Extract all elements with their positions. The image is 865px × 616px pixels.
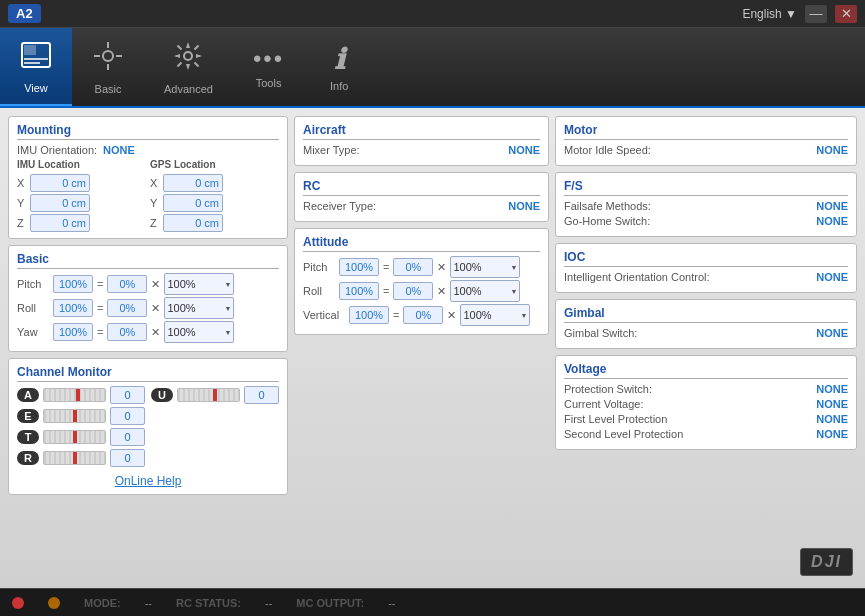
imu-location-label: IMU Location (17, 159, 146, 170)
ioc-row: Intelligent Orientation Control: NONE (564, 271, 848, 283)
status-dot-red (12, 597, 24, 609)
mode-value: -- (145, 597, 152, 609)
attitude-pitch-pct2[interactable] (393, 258, 433, 276)
attitude-pitch-label: Pitch (303, 261, 335, 273)
attitude-roll-dropdown[interactable]: 100% (450, 280, 520, 302)
imu-z-input[interactable] (30, 214, 90, 232)
language-button[interactable]: English ▼ (742, 7, 797, 21)
channel-a-row: A (17, 386, 145, 404)
channel-monitor-title: Channel Monitor (17, 365, 279, 382)
channel-e-value[interactable] (110, 407, 145, 425)
channel-monitor-section: Channel Monitor A E (8, 358, 288, 495)
channel-e-thumb (73, 410, 77, 422)
channel-r-track[interactable] (43, 451, 106, 465)
protection-switch-label: Protection Switch: (564, 383, 652, 395)
attitude-vertical-pct1[interactable] (349, 306, 389, 324)
receiver-type-label: Receiver Type: (303, 200, 376, 212)
attitude-roll-pct2[interactable] (393, 282, 433, 300)
gps-x-row: X (150, 174, 279, 192)
nav-tools[interactable]: ••• Tools (233, 28, 304, 106)
nav-info[interactable]: ℹ Info (304, 28, 374, 106)
svg-rect-1 (24, 45, 36, 55)
basic-yaw-row: Yaw = ✕ 100% (17, 321, 279, 343)
channel-a-track[interactable] (43, 388, 106, 402)
dji-logo-button[interactable]: DJI (800, 548, 853, 576)
gps-z-row: Z (150, 214, 279, 232)
imu-z-row: Z (17, 214, 146, 232)
basic-yaw-pct2[interactable] (107, 323, 147, 341)
attitude-section: Attitude Pitch = ✕ 100% Roll = ✕ 1 (294, 228, 549, 335)
channel-u-value[interactable] (244, 386, 279, 404)
rc-title: RC (303, 179, 540, 196)
basic-pitch-pct2[interactable] (107, 275, 147, 293)
basic-section: Basic Pitch = ✕ 100% Roll = (8, 245, 288, 352)
gimbal-title: Gimbal (564, 306, 848, 323)
basic-icon (92, 40, 124, 79)
gps-x-input[interactable] (163, 174, 223, 192)
voltage-section: Voltage Protection Switch: NONE Current … (555, 355, 857, 450)
attitude-pitch-pct1[interactable] (339, 258, 379, 276)
online-help-link[interactable]: OnLine Help (17, 474, 279, 488)
nav-advanced[interactable]: Advanced (144, 28, 233, 106)
attitude-title: Attitude (303, 235, 540, 252)
second-level-label: Second Level Protection (564, 428, 683, 440)
basic-yaw-x[interactable]: ✕ (151, 326, 160, 339)
channel-u-track[interactable] (177, 388, 240, 402)
ioc-value: NONE (816, 271, 848, 283)
basic-roll-label: Roll (17, 302, 49, 314)
attitude-vertical-dropdown-wrapper: 100% (460, 304, 530, 326)
imu-x-input[interactable] (30, 174, 90, 192)
rc-section: RC Receiver Type: NONE (294, 172, 549, 222)
basic-pitch-row: Pitch = ✕ 100% (17, 273, 279, 295)
basic-roll-pct2[interactable] (107, 299, 147, 317)
channel-t-value[interactable] (110, 428, 145, 446)
channel-a-value[interactable] (110, 386, 145, 404)
app-badge: A2 (8, 4, 41, 23)
channel-a-badge: A (17, 388, 39, 402)
gps-location-group: GPS Location X Y Z (150, 159, 279, 232)
basic-pitch-label: Pitch (17, 278, 49, 290)
attitude-vertical-dropdown[interactable]: 100% (460, 304, 530, 326)
voltage-title: Voltage (564, 362, 848, 379)
imu-x-row: X (17, 174, 146, 192)
basic-roll-row: Roll = ✕ 100% (17, 297, 279, 319)
attitude-vertical-pct2[interactable] (403, 306, 443, 324)
basic-yaw-dropdown[interactable]: 100% (164, 321, 234, 343)
second-level-row: Second Level Protection NONE (564, 428, 848, 440)
basic-pitch-x[interactable]: ✕ (151, 278, 160, 291)
channel-e-track[interactable] (43, 409, 106, 423)
gps-z-input[interactable] (163, 214, 223, 232)
mixer-type-row: Mixer Type: NONE (303, 144, 540, 156)
close-button[interactable]: ✕ (835, 5, 857, 23)
gimbal-value: NONE (816, 327, 848, 339)
attitude-pitch-x[interactable]: ✕ (437, 261, 446, 274)
ioc-section: IOC Intelligent Orientation Control: NON… (555, 243, 857, 293)
imu-y-input[interactable] (30, 194, 90, 212)
basic-pitch-dropdown[interactable]: 100% (164, 273, 234, 295)
nav-view[interactable]: View (0, 28, 72, 106)
attitude-vertical-x[interactable]: ✕ (447, 309, 456, 322)
attitude-pitch-dropdown[interactable]: 100% (450, 256, 520, 278)
basic-roll-dropdown[interactable]: 100% (164, 297, 234, 319)
basic-roll-x[interactable]: ✕ (151, 302, 160, 315)
basic-yaw-eq: = (97, 326, 103, 338)
attitude-roll-pct1[interactable] (339, 282, 379, 300)
basic-roll-pct1[interactable] (53, 299, 93, 317)
channel-t-track[interactable] (43, 430, 106, 444)
go-home-value: NONE (816, 215, 848, 227)
basic-pitch-pct1[interactable] (53, 275, 93, 293)
channel-r-row: R (17, 449, 145, 467)
gimbal-section: Gimbal Gimbal Switch: NONE (555, 299, 857, 349)
mixer-type-value: NONE (508, 144, 540, 156)
minimize-button[interactable]: — (805, 5, 827, 23)
nav-basic[interactable]: Basic (72, 28, 144, 106)
channel-monitor-cols: A E (17, 386, 279, 470)
channel-r-badge: R (17, 451, 39, 465)
basic-yaw-pct1[interactable] (53, 323, 93, 341)
gps-y-input[interactable] (163, 194, 223, 212)
nav-advanced-label: Advanced (164, 83, 213, 95)
attitude-roll-x[interactable]: ✕ (437, 285, 446, 298)
attitude-pitch-row: Pitch = ✕ 100% (303, 256, 540, 278)
imu-orientation-label: IMU Orientation: (17, 144, 97, 156)
channel-r-value[interactable] (110, 449, 145, 467)
